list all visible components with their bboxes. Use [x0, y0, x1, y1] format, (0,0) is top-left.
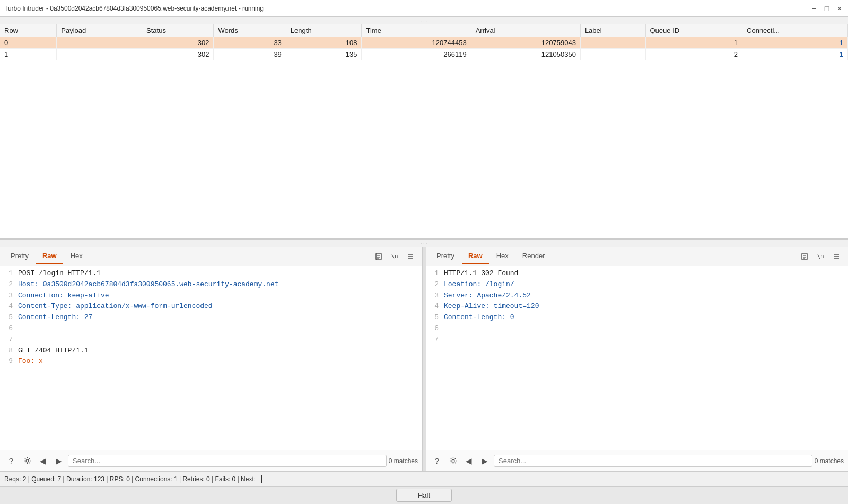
menu-icon-right[interactable]	[829, 249, 844, 264]
close-button[interactable]: ×	[835, 4, 844, 13]
request-panel: Pretty Raw Hex \n	[0, 247, 423, 471]
table-cell	[57, 49, 142, 60]
col-status: Status	[142, 24, 214, 37]
table-cell: 39	[214, 49, 286, 60]
code-line: 7	[0, 334, 422, 346]
matches-label-left: 0 matches	[389, 457, 418, 465]
col-connection: Connecti...	[742, 24, 848, 37]
col-label: Label	[580, 24, 645, 37]
col-payload: Payload	[57, 24, 142, 37]
code-line: 1POST /login HTTP/1.1	[0, 268, 422, 279]
panels-row: Pretty Raw Hex \n	[0, 247, 848, 471]
col-queue-id: Queue ID	[645, 24, 742, 37]
table-cell: 108	[286, 37, 362, 49]
code-line: 8GET /404 HTTP/1.1	[0, 346, 422, 357]
tab-hex-left[interactable]: Hex	[64, 249, 89, 264]
tab-pretty-left[interactable]: Pretty	[4, 249, 35, 264]
table-cell	[57, 37, 142, 49]
halt-bar: Halt	[0, 486, 848, 504]
table-cell: 121050350	[471, 49, 580, 60]
code-line: 9Foo: x	[0, 356, 422, 367]
code-line: 6	[0, 323, 422, 334]
newline-icon-right[interactable]: \n	[813, 249, 828, 264]
code-line: 5Content-Length: 27	[0, 312, 422, 323]
table-cell: 33	[214, 37, 286, 49]
code-line: 1HTTP/1.1 302 Found	[426, 268, 848, 279]
tab-raw-right[interactable]: Raw	[462, 249, 489, 264]
table-cell: 0	[0, 37, 57, 49]
col-row: Row	[0, 24, 57, 37]
response-code-area: 1HTTP/1.1 302 Found2Location: /login/3Se…	[426, 266, 848, 450]
table-body: 0302331081207444531207590431113023913526…	[0, 37, 848, 60]
halt-button[interactable]: Halt	[396, 489, 452, 502]
prev-match-left[interactable]: ◀	[36, 454, 50, 468]
prev-match-right[interactable]: ◀	[462, 454, 476, 468]
request-search-bar: ? ◀ ▶ 0 matches	[0, 450, 422, 471]
word-wrap-icon-right[interactable]	[797, 249, 812, 264]
tab-raw-left[interactable]: Raw	[36, 249, 63, 264]
svg-point-15	[452, 459, 454, 462]
help-icon-right[interactable]: ?	[430, 454, 444, 468]
code-line: 4Content-Type: application/x-www-form-ur…	[0, 301, 422, 312]
table-cell: 1	[742, 37, 848, 49]
table-cell: 266119	[362, 49, 471, 60]
code-line: 3Server: Apache/2.4.52	[426, 290, 848, 302]
table-header: Row Payload Status Words Length Time Arr…	[0, 24, 848, 37]
response-panel: Pretty Raw Hex Render \n	[426, 247, 848, 471]
status-bar: Reqs: 2 | Queued: 7 | Duration: 123 | RP…	[0, 471, 848, 486]
minimize-button[interactable]: −	[810, 4, 818, 13]
word-wrap-icon-left[interactable]	[371, 249, 386, 264]
code-line: 4Keep-Alive: timeout=120	[426, 301, 848, 312]
table-cell: 1	[645, 37, 742, 49]
request-code-area: 1POST /login HTTP/1.12Host: 0a3500d2042a…	[0, 266, 422, 450]
request-panel-tabs: Pretty Raw Hex \n	[0, 247, 422, 266]
drag-handle: · · ·	[0, 17, 848, 24]
table-cell	[580, 49, 645, 60]
response-panel-tabs: Pretty Raw Hex Render \n	[426, 247, 848, 266]
settings-icon-right[interactable]	[446, 454, 460, 468]
table-cell: 120759043	[471, 37, 580, 49]
table-cell: 302	[142, 49, 214, 60]
newline-icon-left[interactable]: \n	[387, 249, 402, 264]
search-input-left[interactable]	[68, 455, 387, 467]
code-line: 2Host: 0a3500d2042acb67804d3fa300950065.…	[0, 279, 422, 290]
settings-icon-left[interactable]	[20, 454, 34, 468]
table-cell	[580, 37, 645, 49]
titlebar: Turbo Intruder - 0a3500d2042acb67804d3fa…	[0, 0, 848, 17]
response-search-bar: ? ◀ ▶ 0 matches	[426, 450, 848, 471]
results-table-area: · · · Row Payload Status Words Length Ti…	[0, 17, 848, 240]
titlebar-title: Turbo Intruder - 0a3500d2042acb67804d3fa…	[4, 5, 264, 12]
menu-icon-left[interactable]	[403, 249, 418, 264]
tab-hex-right[interactable]: Hex	[490, 249, 515, 264]
status-text: Reqs: 2 | Queued: 7 | Duration: 123 | RP…	[4, 475, 256, 483]
search-input-right[interactable]	[494, 455, 812, 467]
table-cell: 302	[142, 37, 214, 49]
table-row[interactable]: 13023913526611912105035021	[0, 49, 848, 60]
titlebar-controls: − □ ×	[810, 4, 844, 13]
svg-point-7	[26, 459, 29, 462]
matches-label-right: 0 matches	[815, 457, 844, 465]
col-length: Length	[286, 24, 362, 37]
table-cell: 135	[286, 49, 362, 60]
code-line: 6	[426, 323, 848, 334]
code-line: 3Connection: keep-alive	[0, 290, 422, 302]
table-cell: 1	[0, 49, 57, 60]
vertical-resize-handle[interactable]: · · ·	[0, 240, 848, 247]
table-cell: 120744453	[362, 37, 471, 49]
table-cell: 2	[645, 49, 742, 60]
next-match-left[interactable]: ▶	[52, 454, 66, 468]
table-cell: 1	[742, 49, 848, 60]
col-time: Time	[362, 24, 471, 37]
code-line: 7	[426, 334, 848, 346]
tab-render-right[interactable]: Render	[516, 249, 552, 264]
col-arrival: Arrival	[471, 24, 580, 37]
next-match-right[interactable]: ▶	[478, 454, 492, 468]
maximize-button[interactable]: □	[823, 4, 831, 13]
results-table: Row Payload Status Words Length Time Arr…	[0, 24, 848, 60]
code-line: 5Content-Length: 0	[426, 312, 848, 323]
help-icon-left[interactable]: ?	[4, 454, 18, 468]
col-words: Words	[214, 24, 286, 37]
tab-pretty-right[interactable]: Pretty	[430, 249, 461, 264]
code-line: 2Location: /login/	[426, 279, 848, 290]
table-row[interactable]: 03023310812074445312075904311	[0, 37, 848, 49]
